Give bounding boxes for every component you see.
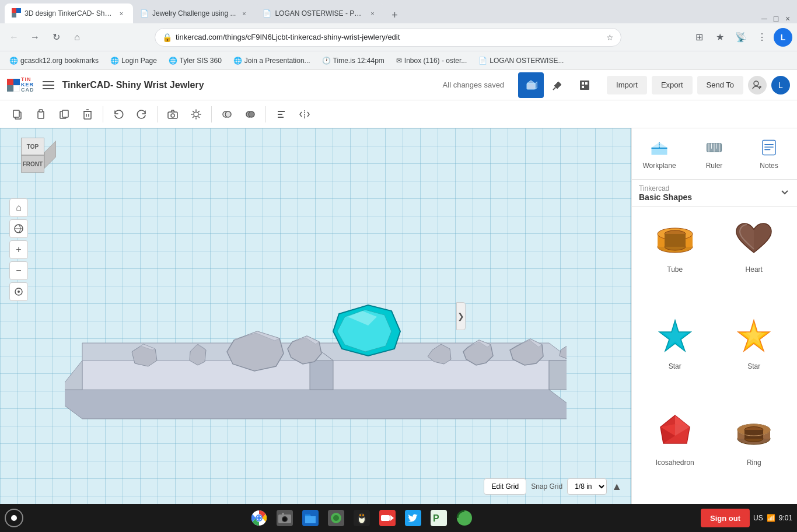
taskbar-photos[interactable] <box>324 506 348 530</box>
bookmark-inbox[interactable]: ✉ Inbox (116) - oster... <box>391 54 471 68</box>
taskbar-video[interactable] <box>376 506 399 530</box>
3d-view-button[interactable] <box>518 72 544 98</box>
delete-button[interactable] <box>77 104 98 125</box>
align-button[interactable] <box>271 104 292 125</box>
forward-button[interactable]: → <box>26 28 44 47</box>
group-button[interactable] <box>240 104 261 125</box>
shape-tube[interactable]: Tube <box>637 212 714 306</box>
duplicate-button[interactable] <box>54 104 75 125</box>
new-tab-button[interactable]: + <box>386 7 403 23</box>
minimize-button[interactable]: ─ <box>760 14 769 23</box>
export-button[interactable]: Export <box>652 76 693 94</box>
hammer-icon[interactable] <box>545 72 571 98</box>
user-avatar[interactable]: L <box>771 76 790 94</box>
extensions-icon[interactable]: ⊞ <box>690 28 708 47</box>
home-button[interactable]: ⌂ <box>68 28 86 47</box>
bookmark-sis[interactable]: 🌐 Tyler SIS 360 <box>164 54 226 68</box>
profile-button[interactable]: L <box>774 28 792 47</box>
bookmark-label-gcasdk: gcasdk12.org bookmarks <box>20 57 99 65</box>
svg-rect-2 <box>12 13 16 18</box>
maximize-button[interactable]: □ <box>771 14 781 23</box>
svg-rect-87 <box>744 430 763 439</box>
more-icon[interactable]: ⋮ <box>753 28 771 47</box>
taskbar-pearson[interactable]: P <box>427 506 450 530</box>
star-icon[interactable]: ☆ <box>606 33 614 42</box>
snap-grid-select[interactable]: 1/8 in <box>567 478 607 495</box>
shape-star-yellow[interactable]: Star <box>716 309 793 403</box>
workplane-tool[interactable]: Workplane <box>632 128 687 180</box>
sign-out-button[interactable]: Sign out <box>701 509 750 527</box>
zoom-out-button[interactable]: − <box>9 261 28 280</box>
project-title[interactable]: TinkerCAD- Shiny Wrist Jewlery <box>62 80 438 90</box>
3d-viewport[interactable]: TOP FRONT ⌂ + − <box>0 128 631 504</box>
ruler-tool[interactable]: Ruler <box>687 128 742 180</box>
tab-photo[interactable]: 📄 LOGAN OSTERWISE - Photo Doc... × <box>256 4 384 23</box>
bookmark-gcasdk[interactable]: 🌐 gcasdk12.org bookmarks <box>5 54 103 68</box>
back-button[interactable]: ← <box>5 28 23 47</box>
category-dropdown-button[interactable] <box>779 187 790 200</box>
svg-rect-7 <box>527 83 535 89</box>
shape-star-cyan[interactable]: Star <box>637 309 714 403</box>
orbit-button[interactable] <box>9 219 28 238</box>
tab-close-photo[interactable]: × <box>368 9 377 18</box>
tab-close-jewelry[interactable]: × <box>239 9 249 18</box>
home-view-button[interactable]: ⌂ <box>9 198 28 217</box>
bookmark-logan[interactable]: 📄 LOGAN OSTERWISE... <box>474 54 568 68</box>
svg-rect-13 <box>582 86 584 88</box>
bookmark-login[interactable]: 🌐 Login Page <box>106 54 162 68</box>
cast-icon[interactable]: 📡 <box>732 28 750 47</box>
jewelry-scene <box>65 250 567 425</box>
address-bar[interactable]: 🔒 tinkercad.com/things/cF9IN6Ljcbt-tinke… <box>155 28 621 47</box>
taskbar-camera[interactable] <box>273 506 296 530</box>
menu-icon[interactable] <box>39 76 58 94</box>
edit-grid-button[interactable]: Edit Grid <box>484 478 526 495</box>
browser-frame: 3D design TinkerCAD- Shiny Wri... × 📄 Je… <box>0 0 797 532</box>
bookmark-label-sis: Tyler SIS 360 <box>180 57 222 65</box>
toolbar-separator-2 <box>157 106 158 123</box>
tab-favicon-photo: 📄 <box>263 9 271 18</box>
pcb-view-button[interactable] <box>572 72 597 98</box>
taskbar-files[interactable] <box>299 506 322 530</box>
subtract-button[interactable] <box>216 104 237 125</box>
send-to-button[interactable]: Send To <box>697 76 743 94</box>
svg-rect-1 <box>16 8 21 13</box>
cube-front-face[interactable]: FRONT <box>21 155 44 173</box>
taskbar-right: Sign out US 📶 9:01 <box>701 509 792 527</box>
camera-button[interactable] <box>162 104 183 125</box>
view-cube[interactable]: TOP FRONT <box>9 138 56 184</box>
tab-jewelry[interactable]: 📄 Jewelry Challenge using ... × <box>133 4 256 23</box>
refresh-button[interactable]: ↻ <box>47 28 65 47</box>
tab-tinkercad[interactable]: 3D design TinkerCAD- Shiny Wri... × <box>5 4 133 23</box>
bookmark-join[interactable]: 🌐 Join a Presentation... <box>229 54 315 68</box>
svg-point-106 <box>359 514 361 516</box>
cube-top-face[interactable]: TOP <box>21 138 44 155</box>
collapse-panel-button[interactable]: ❯ <box>456 302 466 330</box>
redo-button[interactable] <box>131 104 152 125</box>
undo-button[interactable] <box>108 104 129 125</box>
notes-tool[interactable]: Notes <box>742 128 796 180</box>
light-button[interactable] <box>186 104 207 125</box>
copy-button[interactable] <box>7 104 28 125</box>
taskbar-linux[interactable] <box>350 506 373 530</box>
bookmark-time[interactable]: 🕐 Time.is 12:44pm <box>317 54 389 68</box>
taskbar-twitter[interactable] <box>401 506 425 530</box>
taskbar-apps-icon[interactable] <box>453 506 476 530</box>
taskbar-chrome[interactable] <box>247 506 271 530</box>
mirror-button[interactable] <box>294 104 315 125</box>
shape-heart[interactable]: Heart <box>716 212 793 306</box>
snap-increment-button[interactable]: ▲ <box>611 481 622 493</box>
import-button[interactable]: Import <box>607 76 647 94</box>
system-taskbar: P Sign out US 📶 9:01 <box>0 504 797 532</box>
shape-icosahedron[interactable]: Icosahedron <box>637 405 714 499</box>
shape-ring[interactable]: Ring <box>716 405 793 499</box>
ring-thumbnail <box>730 410 777 456</box>
bookmark-icon[interactable]: ★ <box>711 28 729 47</box>
tab-close-tinkercad[interactable]: × <box>117 9 126 18</box>
paste-button[interactable] <box>30 104 51 125</box>
cube-right-face[interactable] <box>44 141 56 169</box>
save-status: All changes saved <box>443 80 505 89</box>
close-button[interactable]: × <box>783 14 792 23</box>
add-user-button[interactable] <box>748 76 767 94</box>
zoom-fit-button[interactable] <box>9 282 28 301</box>
zoom-in-button[interactable]: + <box>9 240 28 259</box>
